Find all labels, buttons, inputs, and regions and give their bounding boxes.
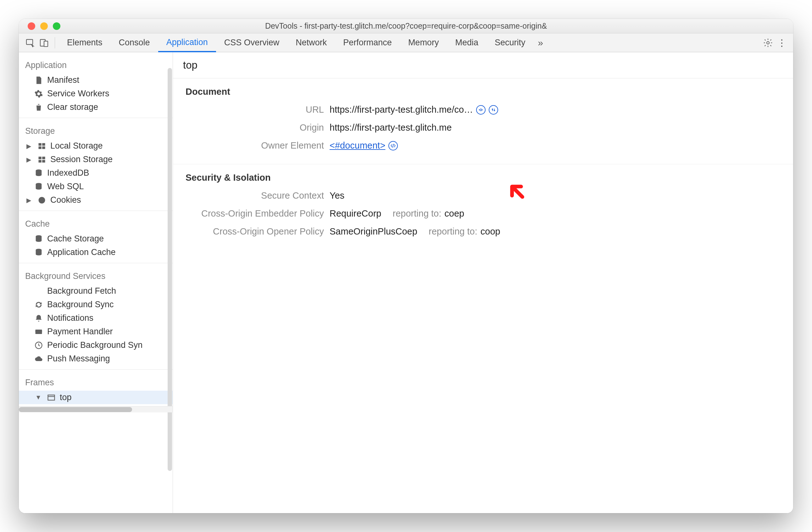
database-icon — [34, 248, 43, 257]
sidebar-item-cache-storage[interactable]: Cache Storage — [19, 232, 173, 246]
tab-elements[interactable]: Elements — [59, 33, 111, 52]
coep-reporting-value: coep — [444, 208, 464, 219]
coop-value: SameOriginPlusCoep — [330, 226, 417, 237]
svg-point-18 — [43, 200, 44, 201]
cloud-icon — [34, 354, 43, 364]
sidebar-item-label: Application Cache — [47, 248, 116, 257]
sidebar-item-label: Notifications — [47, 313, 93, 323]
svg-rect-0 — [26, 39, 33, 44]
sidebar-item-push-messaging[interactable]: Push Messaging — [19, 352, 173, 365]
database-icon — [34, 234, 43, 244]
tab-console[interactable]: Console — [111, 33, 158, 52]
svg-point-17 — [41, 200, 42, 202]
devtools-tabstrip: Elements Console Application CSS Overvie… — [19, 33, 793, 52]
sidebar-item-notifications[interactable]: Notifications — [19, 311, 173, 325]
minimize-window-button[interactable] — [40, 22, 48, 30]
sidebar-item-label: Cookies — [50, 195, 81, 205]
tab-css-overview[interactable]: CSS Overview — [216, 33, 288, 52]
group-storage-title: Storage — [19, 124, 173, 139]
chevron-down-icon: ▼ — [35, 394, 41, 401]
trash-icon — [34, 103, 43, 112]
sidebar-item-label: Periodic Background Syn — [47, 340, 143, 350]
gear-icon[interactable] — [761, 36, 775, 50]
tab-application[interactable]: Application — [158, 33, 216, 52]
coop-reporting-value: coop — [480, 226, 501, 237]
sidebar-item-cookies[interactable]: ▶ Cookies — [19, 193, 173, 207]
coop-label: Cross-Origin Opener Policy — [186, 226, 324, 237]
coep-reporting-label: reporting to: — [393, 208, 441, 219]
sidebar-item-label: Web SQL — [47, 182, 84, 192]
sidebar-item-manifest[interactable]: Manifest — [19, 73, 173, 87]
svg-rect-6 — [39, 146, 42, 149]
svg-point-26 — [480, 109, 482, 111]
sidebar-item-label: Background Fetch — [47, 286, 116, 296]
origin-label: Origin — [186, 123, 324, 133]
owner-element-label: Owner Element — [186, 140, 324, 151]
sidebar-item-bg-sync[interactable]: Background Sync — [19, 298, 173, 311]
window-icon — [46, 393, 56, 402]
section-heading: Document — [186, 87, 781, 97]
credit-card-icon — [34, 327, 43, 337]
svg-rect-8 — [39, 156, 42, 159]
svg-rect-4 — [39, 143, 42, 145]
coep-label: Cross-Origin Embedder Policy — [186, 208, 324, 219]
svg-rect-22 — [35, 331, 42, 332]
svg-point-15 — [40, 199, 42, 200]
tab-memory[interactable]: Memory — [400, 33, 447, 52]
grid-icon — [37, 141, 46, 151]
sidebar-item-payment-handler[interactable]: Payment Handler — [19, 325, 173, 338]
reveal-in-sources-icon[interactable] — [476, 105, 485, 115]
tab-network[interactable]: Network — [287, 33, 335, 52]
sidebar-item-label: top — [60, 393, 72, 402]
svg-rect-2 — [44, 41, 48, 46]
coep-value: RequireCorp — [330, 208, 381, 219]
application-sidebar: Application Manifest Service Workers Cle… — [19, 52, 173, 513]
sidebar-item-label: Manifest — [47, 75, 79, 85]
database-icon — [34, 182, 43, 192]
svg-rect-5 — [42, 143, 45, 145]
chevron-right-icon: ▶ — [26, 156, 31, 163]
origin-value: https://first-party-test.glitch.me — [330, 123, 452, 133]
device-toolbar-icon[interactable] — [37, 36, 51, 50]
sidebar-item-service-workers[interactable]: Service Workers — [19, 87, 173, 100]
sidebar-item-clear-storage[interactable]: Clear storage — [19, 100, 173, 114]
sidebar-item-local-storage[interactable]: ▶ Local Storage — [19, 139, 173, 153]
reveal-in-network-icon[interactable] — [489, 105, 498, 115]
coop-reporting-label: reporting to: — [429, 226, 477, 237]
sidebar-item-label: Clear storage — [47, 102, 98, 112]
owner-element-link[interactable]: <#document> — [330, 140, 385, 151]
tab-security[interactable]: Security — [487, 33, 534, 52]
section-document: Document URL https://first-party-test.gl… — [173, 79, 793, 164]
more-tabs-icon[interactable]: » — [533, 36, 547, 50]
svg-rect-11 — [42, 160, 45, 163]
secure-context-label: Secure Context — [186, 191, 324, 201]
sidebar-item-session-storage[interactable]: ▶ Session Storage — [19, 153, 173, 166]
tab-performance[interactable]: Performance — [335, 33, 400, 52]
reveal-in-elements-icon[interactable] — [388, 141, 398, 151]
tab-media[interactable]: Media — [447, 33, 487, 52]
sidebar-item-label: Payment Handler — [47, 327, 113, 337]
inspect-element-icon[interactable] — [23, 36, 37, 50]
sidebar-item-label: Cache Storage — [47, 234, 104, 244]
horizontal-scrollbar[interactable] — [19, 406, 173, 412]
database-icon — [34, 168, 43, 178]
sidebar-item-application-cache[interactable]: Application Cache — [19, 246, 173, 259]
sidebar-item-periodic-sync[interactable]: Periodic Background Syn — [19, 338, 173, 352]
group-bg-services-title: Background Services — [19, 269, 173, 284]
close-window-button[interactable] — [28, 22, 35, 30]
sidebar-item-label: Local Storage — [50, 141, 103, 151]
sidebar-item-bg-fetch[interactable]: Background Fetch — [19, 284, 173, 298]
svg-point-14 — [39, 197, 45, 204]
grid-icon — [37, 155, 46, 164]
clock-icon — [34, 340, 43, 350]
sidebar-item-frame-top[interactable]: ▼ top — [19, 391, 173, 404]
svg-rect-10 — [39, 160, 42, 163]
maximize-window-button[interactable] — [53, 22, 60, 30]
sidebar-item-websql[interactable]: Web SQL — [19, 180, 173, 193]
group-cache-title: Cache — [19, 216, 173, 232]
section-security-isolation: Security & Isolation Secure Context Yes … — [173, 164, 793, 250]
svg-point-3 — [767, 42, 769, 44]
kebab-menu-icon[interactable]: ⋮ — [775, 36, 789, 50]
bell-icon — [34, 313, 43, 323]
sidebar-item-indexeddb[interactable]: IndexedDB — [19, 166, 173, 180]
